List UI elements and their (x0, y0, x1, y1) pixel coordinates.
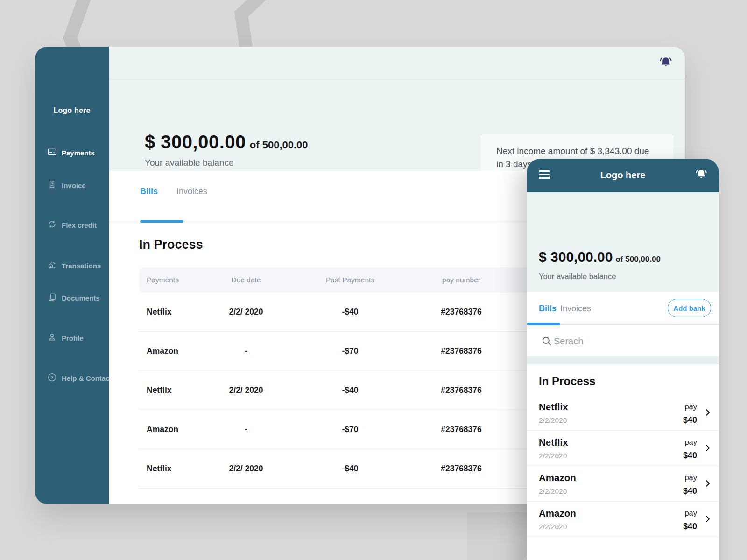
sidebar-item-help-contact[interactable]: ? Help & Contact (47, 372, 112, 384)
sidebar-item-invoice[interactable]: $ Invoice (47, 180, 86, 191)
mobile-balance-section: $ 300,00.00of 500,00.00 Your available b… (527, 192, 719, 292)
top-header-bar (109, 47, 685, 79)
list-item[interactable]: Netflix 2/2/2020 pay $40 (527, 431, 719, 466)
sidebar-item-label: Invoice (62, 182, 86, 189)
cell-past-payment: -$40 (278, 464, 422, 474)
mobile-bills-list: Netflix 2/2/2020 pay $40 Netflix 2/2/202… (527, 395, 719, 537)
search-input[interactable] (554, 332, 694, 350)
refresh-icon (47, 219, 57, 231)
available-balance-amount: $ 300,00.00 (539, 249, 613, 265)
column-header: Due date (214, 276, 278, 284)
income-line1: Next income amount of $ 3,343.00 due (496, 146, 649, 156)
list-item[interactable]: Amazon 2/2/2020 pay $40 (527, 466, 719, 502)
cell-payee: Amazon (139, 346, 214, 356)
search-icon (541, 335, 553, 347)
income-line2: in 3 days (496, 159, 532, 169)
cell-past-payment: -$70 (278, 346, 422, 356)
chevron-right-icon[interactable] (703, 408, 712, 419)
section-title: In Process (539, 375, 719, 388)
credit-card-icon (47, 147, 57, 158)
item-payee: Amazon (539, 508, 576, 519)
item-payee: Netflix (539, 437, 568, 448)
active-tab-underline (527, 323, 560, 325)
cell-payee: Netflix (139, 307, 214, 317)
list-item[interactable]: Amazon 2/2/2020 pay $40 (527, 502, 719, 537)
background-rounded-shape (467, 512, 530, 560)
list-item[interactable]: Netflix 2/2/2020 pay $40 (527, 395, 719, 431)
cell-due-date: - (214, 346, 278, 356)
balance-label: Your available balance (539, 272, 616, 281)
item-action: pay (684, 509, 697, 518)
sidebar: Logo here Payments $ Invoice (35, 47, 109, 504)
item-amount: $40 (683, 415, 697, 425)
bell-icon[interactable] (659, 56, 673, 70)
column-header: Past Payments (278, 276, 422, 284)
sidebar-item-profile[interactable]: Profile (47, 332, 84, 343)
item-action: pay (684, 473, 697, 482)
sidebar-item-transations[interactable]: Transations (47, 260, 101, 271)
available-balance-amount: $ 300,00.00 (145, 132, 246, 152)
cell-pay-number: #23768376 (422, 307, 500, 317)
tab-bills[interactable]: Bills (539, 304, 557, 314)
cell-due-date: 2/2/ 2020 (214, 385, 278, 395)
sidebar-item-label: Help & Contact (62, 374, 112, 382)
mobile-search-row (527, 327, 719, 356)
balance-total: of 500,00.00 (615, 255, 660, 264)
tab-bills[interactable]: Bills (140, 187, 158, 196)
cell-pay-number: #23768376 (422, 425, 500, 434)
cell-pay-number: #23768376 (422, 385, 500, 395)
section-divider-strip (527, 356, 719, 364)
bell-icon[interactable] (695, 168, 708, 182)
cell-due-date: 2/2/ 2020 (214, 464, 278, 474)
svg-text:?: ? (51, 375, 54, 380)
tab-invoices[interactable]: Invoices (176, 187, 207, 196)
documents-icon (47, 292, 57, 303)
mobile-header: Logo here (527, 159, 719, 192)
cell-past-payment: -$70 (278, 425, 422, 434)
cell-past-payment: -$40 (278, 307, 422, 317)
logo: Logo here (527, 170, 719, 181)
cell-past-payment: -$40 (278, 385, 422, 395)
cell-payee: Netflix (139, 464, 214, 474)
cell-due-date: 2/2/ 2020 (214, 307, 278, 317)
chevron-right-icon[interactable] (703, 479, 712, 490)
receipt-icon: $ (47, 180, 57, 191)
item-action: pay (684, 402, 697, 411)
cell-pay-number: #23768376 (422, 464, 500, 474)
chevron-right-icon[interactable] (703, 443, 712, 455)
balance-label: Your available balance (145, 158, 234, 168)
item-amount: $40 (683, 486, 697, 496)
item-date: 2/2/2020 (539, 523, 567, 531)
cell-due-date: - (214, 425, 278, 434)
item-action: pay (684, 438, 697, 447)
balance-total: of 500,00.00 (250, 139, 308, 151)
person-icon (47, 332, 57, 343)
balance-section: $ 300,00.00of 500,00.00 Your available b… (109, 79, 685, 171)
item-payee: Amazon (539, 472, 576, 483)
sidebar-item-payments[interactable]: Payments (47, 147, 95, 158)
sidebar-item-label: Documents (62, 294, 100, 302)
sidebar-item-documents[interactable]: Documents (47, 292, 100, 303)
column-header: Payments (139, 276, 214, 284)
item-amount: $40 (683, 451, 697, 461)
chevron-right-icon[interactable] (703, 514, 712, 525)
tab-invoices[interactable]: Invoices (560, 304, 591, 314)
sidebar-item-label: Transations (62, 262, 101, 270)
logo: Logo here (35, 106, 109, 115)
item-amount: $40 (683, 522, 697, 532)
house-sync-icon (47, 260, 57, 271)
column-header: pay number (422, 276, 500, 284)
sidebar-item-label: Payments (62, 149, 95, 157)
item-payee: Netflix (539, 401, 568, 413)
sidebar-item-label: Profile (62, 334, 84, 342)
item-date: 2/2/2020 (539, 416, 567, 425)
question-circle-icon: ? (47, 372, 57, 384)
active-tab-underline (140, 220, 183, 223)
cell-pay-number: #23768376 (422, 346, 500, 356)
cell-payee: Netflix (139, 385, 214, 395)
svg-text:$: $ (51, 182, 53, 185)
sidebar-item-flex-credit[interactable]: Flex credit (47, 219, 97, 231)
sidebar-item-label: Flex credit (62, 221, 97, 229)
tabs: Bills Invoices (140, 187, 207, 196)
add-bank-button[interactable]: Add bank (668, 299, 711, 317)
